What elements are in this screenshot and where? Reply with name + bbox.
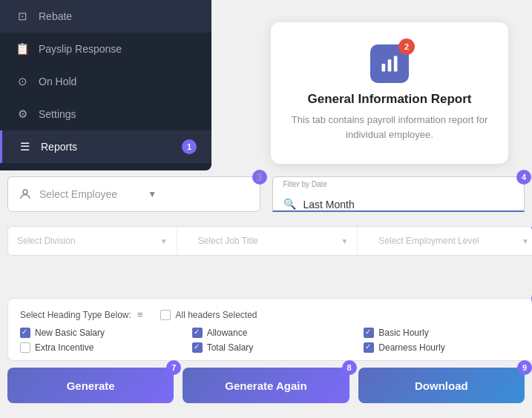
employment-level-placeholder: Select Employment Level (378, 236, 479, 246)
step-badge-3: 3 (252, 170, 267, 185)
sidebar-item-label: Payslip Response (39, 43, 122, 55)
sidebar-item-label: On Hold (39, 76, 76, 87)
allowance-checkbox[interactable] (192, 328, 203, 338)
svg-rect-1 (388, 59, 392, 71)
date-filter[interactable]: Filter by Date 🔍 Last Month 4 (272, 176, 525, 212)
checkbox-extra-incentive[interactable]: Extra Incentive (20, 342, 183, 353)
checkbox-dearness-hourly[interactable]: Dearness Hourly (364, 342, 527, 353)
sidebar: ⊡ Rebate 📋 Payslip Response ⊙ On Hold ⚙ … (0, 0, 211, 170)
info-card-title: General Information Report (289, 92, 490, 107)
sidebar-item-settings[interactable]: ⚙ Settings (0, 98, 211, 130)
generate-label: Generate (67, 379, 115, 392)
new-basic-salary-checkbox[interactable] (20, 328, 30, 338)
generate-button[interactable]: Generate 7 (7, 368, 174, 403)
filter-icon: ≡ (137, 309, 143, 320)
dearness-hourly-label: Dearness Hourly (378, 342, 444, 353)
employment-level-arrow: ▼ (522, 237, 529, 245)
division-select[interactable]: Select Division ▼ (8, 227, 177, 255)
rebate-icon: ⊡ (15, 9, 30, 24)
all-headers[interactable]: All headers Selected (160, 310, 257, 320)
step-badge-2: 2 (398, 39, 415, 55)
allowance-label: Allowance (207, 328, 248, 338)
sidebar-item-label: Reports (41, 141, 77, 153)
dearness-hourly-checkbox[interactable] (364, 342, 374, 353)
job-title-placeholder: Select Job Title (198, 236, 258, 246)
new-basic-salary-label: New Basic Salary (35, 328, 105, 338)
job-title-select[interactable]: Select Job Title ▼ (189, 227, 358, 255)
checkbox-allowance[interactable]: Allowance (192, 328, 355, 338)
info-card: 2 General Information Report This tab co… (271, 22, 508, 164)
step-badge-7: 7 (166, 360, 181, 375)
division-arrow: ▼ (160, 237, 168, 245)
basic-hourly-checkbox[interactable] (364, 328, 374, 338)
total-salary-checkbox[interactable] (192, 342, 203, 353)
download-button[interactable]: Download 9 (358, 368, 525, 403)
download-label: Download (415, 379, 468, 392)
sidebar-item-rebate[interactable]: ⊡ Rebate (0, 0, 211, 33)
svg-point-3 (23, 190, 27, 194)
date-label: Filter by Date (283, 180, 327, 188)
generate-again-label: Generate Again (225, 379, 306, 392)
svg-rect-2 (394, 56, 398, 72)
checkbox-basic-hourly[interactable]: Basic Hourly (364, 328, 527, 338)
step-badge-1: 1 (182, 139, 197, 154)
settings-icon: ⚙ (15, 107, 30, 122)
info-card-description: This tab contains payroll information re… (289, 113, 490, 142)
checkbox-new-basic-salary[interactable]: New Basic Salary (20, 328, 183, 338)
all-headers-label: All headers Selected (175, 310, 257, 320)
sidebar-item-onhold[interactable]: ⊙ On Hold (0, 65, 211, 98)
svg-rect-0 (382, 64, 386, 72)
info-card-icon-container: 2 (370, 44, 409, 83)
heading-top: Select Heading Type Below: ≡ All headers… (20, 309, 527, 320)
sidebar-item-label: Settings (39, 108, 76, 120)
date-value: Last Month (303, 199, 355, 210)
sidebar-item-payslip[interactable]: 📋 Payslip Response (0, 33, 211, 65)
extra-incentive-label: Extra Incentive (35, 342, 93, 353)
employee-select[interactable]: Select Employee ▼ 3 (7, 176, 260, 212)
payslip-icon: 📋 (15, 42, 30, 56)
person-icon (19, 188, 32, 201)
employee-placeholder: Select Employee (39, 188, 140, 200)
reports-icon: ☰ (17, 139, 32, 154)
total-salary-label: Total Salary (207, 342, 254, 353)
heading-top-label: Select Heading Type Below: (20, 310, 131, 320)
chart-icon (379, 53, 400, 74)
checkbox-grid: New Basic Salary Allowance Basic Hourly … (20, 328, 527, 353)
step-badge-9: 9 (517, 360, 532, 375)
onhold-icon: ⊙ (15, 74, 30, 89)
division-placeholder: Select Division (17, 236, 76, 246)
buttons-row: Generate 7 Generate Again 8 Download 9 (7, 368, 525, 403)
job-title-arrow: ▼ (341, 237, 348, 245)
generate-again-button[interactable]: Generate Again 8 (183, 368, 349, 403)
sidebar-item-label: Rebate (39, 10, 72, 22)
all-headers-checkbox[interactable] (160, 310, 171, 320)
filter-row: Select Employee ▼ 3 Filter by Date 🔍 Las… (7, 176, 525, 212)
sidebar-item-reports[interactable]: ☰ Reports 1 (0, 130, 211, 163)
checkbox-total-salary[interactable]: Total Salary (192, 342, 355, 353)
search-icon: 🔍 (283, 198, 296, 210)
employment-level-select[interactable]: Select Employment Level ▼ (370, 227, 532, 255)
step-badge-8: 8 (342, 360, 357, 375)
employee-arrow: ▼ (148, 189, 249, 199)
step-badge-4: 4 (516, 170, 531, 185)
basic-hourly-label: Basic Hourly (378, 328, 428, 338)
extra-incentive-checkbox[interactable] (20, 342, 30, 353)
division-row: Select Division ▼ Select Job Title ▼ Sel… (7, 226, 532, 256)
heading-section: Select Heading Type Below: ≡ All headers… (7, 298, 532, 361)
